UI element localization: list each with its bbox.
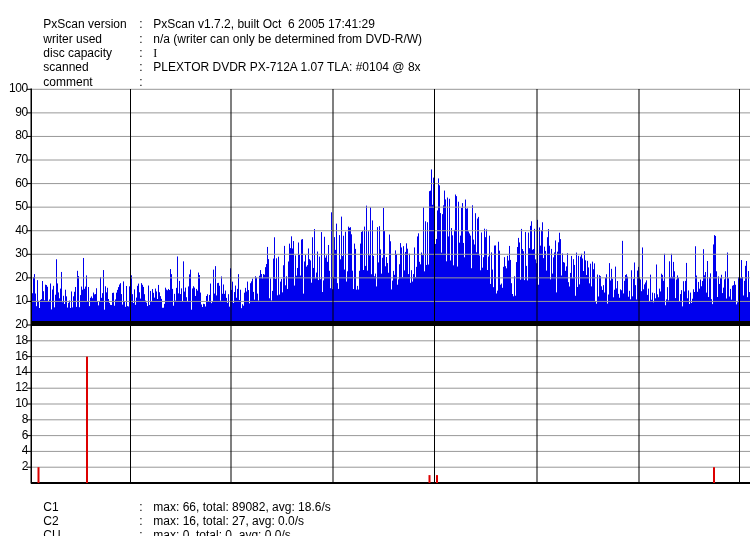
- c1-y-tick-label: 30: [0, 247, 28, 260]
- stats-separator: :: [139, 528, 153, 536]
- stats-row-c1: C1:max: 66, total: 89082, avg: 18.6/s: [30, 486, 331, 500]
- c1-y-tick-label: 90: [0, 106, 28, 119]
- c1-y-tick-label: 70: [0, 153, 28, 166]
- info-row-writer-used: writer used:n/a (writer can only be dete…: [30, 18, 422, 32]
- c2-y-tick-label: 10: [0, 397, 28, 410]
- stats-row-cu: CU:max: 0, total: 0, avg: 0.0/s: [30, 514, 291, 528]
- c2-y-tick-label: 4: [0, 444, 28, 457]
- c1-y-tick-label: 40: [0, 224, 28, 237]
- c1-y-tick-label: 20: [0, 271, 28, 284]
- stats-value: max: 0, total: 0, avg: 0.0/s: [153, 528, 290, 536]
- info-label: comment: [43, 75, 139, 89]
- info-value: PLEXTOR DVDR PX-712A 1.07 TLA: #0104 @ 8…: [153, 60, 420, 74]
- info-separator: :: [139, 75, 153, 89]
- c1-y-tick-label: 60: [0, 177, 28, 190]
- info-row-pxscan-version: PxScan version:PxScan v1.7.2, built Oct …: [30, 3, 375, 17]
- c2-y-tick-label: 18: [0, 334, 28, 347]
- pxscan-report-window: { "header": { "separator": ":", "rows": …: [0, 0, 750, 536]
- stats-label: CU: [43, 528, 139, 536]
- c2-y-tick-label: 16: [0, 350, 28, 363]
- info-row-scanned: scanned:PLEXTOR DVDR PX-712A 1.07 TLA: #…: [30, 46, 421, 60]
- c2-y-tick-label: 8: [0, 413, 28, 426]
- c2-y-tick-label: 12: [0, 381, 28, 394]
- info-value: n/a (writer can only be determined from …: [153, 32, 422, 46]
- c2-y-tick-label: 2: [0, 460, 28, 473]
- info-row-disc-capacity: disc capacity:I: [30, 32, 157, 46]
- c2-y-tick-label: 20: [0, 318, 28, 331]
- c1-y-tick-label: 10: [0, 294, 28, 307]
- info-row-comment: comment:: [30, 61, 153, 75]
- c1-y-tick-label: 50: [0, 200, 28, 213]
- c2-y-tick-label: 6: [0, 429, 28, 442]
- c2-y-tick-label: 14: [0, 365, 28, 378]
- c1-y-tick-label: 100: [0, 82, 28, 95]
- c1-y-tick-label: 80: [0, 129, 28, 142]
- stats-row-c2: C2:max: 16, total: 27, avg: 0.0/s: [30, 500, 304, 514]
